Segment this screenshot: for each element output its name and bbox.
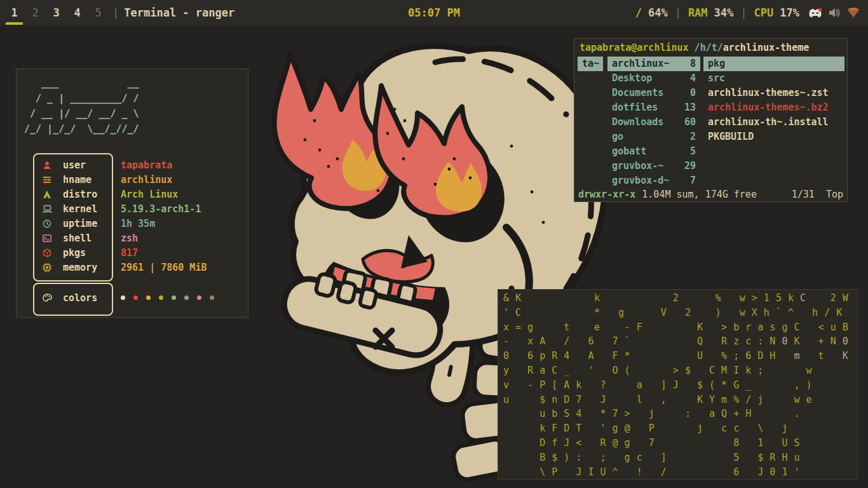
ranger-disk-info: 1.04M sum, 174G free xyxy=(642,188,757,201)
ranger-dir-row[interactable]: go2 xyxy=(607,130,700,144)
title-separator: | xyxy=(112,6,119,19)
ranger-dir-row[interactable]: gruvbox-d~7 xyxy=(607,173,700,188)
ranger-permissions: drwxr-xr-x xyxy=(578,188,635,201)
metric-separator: | xyxy=(740,6,747,19)
wifi-icon[interactable] xyxy=(846,8,860,18)
matrix-row: - x A / 6 7 ` Q R z c : N 0 K + N 0 xyxy=(503,334,855,349)
fetch-row-label: kernel xyxy=(63,203,111,215)
matrix-row: ' C * g V 2 ) w X h ` ^ h / K xyxy=(503,306,855,320)
cpu-value: 17% xyxy=(780,6,799,19)
fetch-row-label: distro xyxy=(63,189,111,200)
matrix-row: y R a C _ ' O ( > $ C M I k ; w xyxy=(503,363,855,378)
matrix-row: v - P [ A k ? a ] J $ ( * G _ , ) xyxy=(503,378,855,393)
fetch-row-label: uptime xyxy=(63,218,111,229)
fetch-info-row: uptime1h 35m xyxy=(33,216,244,231)
ranger-preview-row[interactable]: archlinux-th~.install xyxy=(703,115,844,130)
packages-icon xyxy=(43,248,56,257)
matrix-row: k F D T ' g @ P j c c \ j xyxy=(503,421,855,436)
ranger-preview-column: pkgsrcarchlinux-themes~.zstarchlinux-the… xyxy=(703,57,844,144)
fetch-info-row: distroArch Linux xyxy=(33,187,244,201)
fetch-info-rows: usertapabratahnamearchlinuxdistroArch Li… xyxy=(33,158,244,274)
volume-icon[interactable] xyxy=(828,7,841,18)
ranger-window[interactable]: tapabrata@archlinux /h/t/archlinux-theme… xyxy=(574,38,848,202)
user-icon xyxy=(43,160,56,170)
system-tray xyxy=(808,7,860,18)
ranger-current-dir: archlinux-theme xyxy=(723,42,809,53)
ram-label: RAM xyxy=(688,6,708,19)
fetch-info-row: shellzsh xyxy=(33,231,244,245)
fetch-terminal-window[interactable]: ___ __ / _ | _________/ / / __ |/ __/ __… xyxy=(16,69,248,318)
color-dot xyxy=(184,295,189,300)
workspace-3[interactable]: 3 xyxy=(46,0,67,25)
ranger-preview-row[interactable]: src xyxy=(703,71,844,86)
ranger-directory-column: archlinux~8Desktop4Documents0dotfiles13D… xyxy=(607,57,700,188)
fetch-colors-row: colors xyxy=(33,290,254,305)
ranger-status-bar: drwxr-xr-x 1.04M sum, 174G free 1/31 Top xyxy=(578,188,843,201)
fetch-info-row: pkgs817 xyxy=(33,245,244,260)
matrix-row: x = g t e - F K > b r a s g C < u B xyxy=(503,320,855,335)
hostname-icon xyxy=(43,175,56,184)
ranger-dir-row[interactable]: Desktop4 xyxy=(607,71,700,86)
color-dot xyxy=(210,295,214,300)
distro-icon xyxy=(43,189,56,199)
matrix-output: & K k 2 % w > 1 5 k C 2 W' C * g V 2 ) w… xyxy=(503,291,855,479)
color-dot xyxy=(197,295,201,300)
matrix-row: u $ n D 7 J l , K Y m % / j w e xyxy=(503,393,855,407)
fetch-row-label: memory xyxy=(63,262,111,273)
top-bar: 12345 | Terminal - ranger 05:07 PM / 64%… xyxy=(0,0,868,25)
ranger-parent-item[interactable]: ta~ xyxy=(578,57,603,71)
ranger-parent-column: ta~ xyxy=(578,57,603,71)
ranger-dir-row[interactable]: gobatt5 xyxy=(607,144,700,159)
color-dot xyxy=(159,295,163,300)
workspace-1[interactable]: 1 xyxy=(4,0,25,25)
memory-icon xyxy=(43,262,56,272)
ranger-dir-row[interactable]: archlinux~8 xyxy=(607,57,700,71)
fetch-info-row: kernel5.19.3-arch1-1 xyxy=(33,201,244,216)
discord-icon[interactable] xyxy=(808,8,822,18)
ranger-preview-row[interactable]: PKGBUILD xyxy=(703,130,844,144)
cpu-label: CPU xyxy=(754,6,774,19)
ram-value: 34% xyxy=(714,6,734,19)
workspace-4[interactable]: 4 xyxy=(67,0,88,25)
metric-separator: | xyxy=(675,6,681,19)
color-dot xyxy=(133,295,138,300)
fetch-row-value: 1h 35m xyxy=(121,218,155,229)
matrix-row: \ P J I U ^ ! / 6 J 0 1 ' xyxy=(503,465,855,480)
status-metrics: / 64% | RAM 34% | CPU 17% xyxy=(635,6,868,19)
fetch-row-value: 2961 | 7860 MiB xyxy=(121,262,207,273)
color-dot xyxy=(121,295,125,300)
ranger-path-prefix: /h/t/ xyxy=(689,42,723,53)
ranger-dir-row[interactable]: Downloads60 xyxy=(607,115,700,130)
ranger-preview-row[interactable]: pkg xyxy=(703,57,844,71)
fetch-info-row: hnamearchlinux xyxy=(33,172,244,187)
fetch-row-value: 5.19.3-arch1-1 xyxy=(121,203,201,215)
window-title: Terminal - ranger xyxy=(124,6,234,19)
matrix-terminal-window[interactable]: & K k 2 % w > 1 5 k C 2 W' C * g V 2 ) w… xyxy=(498,289,858,480)
fetch-row-label: hname xyxy=(63,174,111,186)
matrix-row: 0 6 p R 4 A F * U % ; 6 D H m t K xyxy=(503,349,855,363)
fetch-row-value: Arch Linux xyxy=(121,189,178,200)
ranger-preview-row[interactable]: archlinux-themes~.bz2 xyxy=(703,100,844,115)
fetch-row-value: archlinux xyxy=(121,174,172,186)
ranger-position-indicator: 1/31 Top xyxy=(792,188,843,201)
matrix-row: B $ ) : ; g c ] 5 $ R H u xyxy=(503,451,855,465)
ranger-dir-row[interactable]: dotfiles13 xyxy=(607,100,700,115)
color-dot xyxy=(172,295,176,300)
disk-label: / xyxy=(635,6,642,19)
ranger-dir-row[interactable]: Documents0 xyxy=(607,86,700,100)
workspace-2[interactable]: 2 xyxy=(25,0,46,25)
fetch-info-row: memory2961 | 7860 MiB xyxy=(33,260,244,274)
workspace-5[interactable]: 5 xyxy=(88,0,109,25)
fetch-row-label: user xyxy=(63,159,111,171)
workspace-list: 12345 xyxy=(4,0,109,25)
ranger-preview-row[interactable]: archlinux-themes~.zst xyxy=(703,86,844,100)
palette-icon xyxy=(43,293,56,302)
fetch-row-value: zsh xyxy=(121,233,138,244)
ranger-host: tapabrata@archlinux xyxy=(580,42,689,53)
fetch-row-value: 817 xyxy=(121,247,138,259)
color-dot xyxy=(146,295,151,300)
disk-value: 64% xyxy=(648,6,668,19)
uptime-icon xyxy=(43,219,56,228)
matrix-row: u b S 4 * 7 > j : a Q + H . xyxy=(503,407,855,421)
ranger-dir-row[interactable]: gruvbox-~29 xyxy=(607,159,700,173)
